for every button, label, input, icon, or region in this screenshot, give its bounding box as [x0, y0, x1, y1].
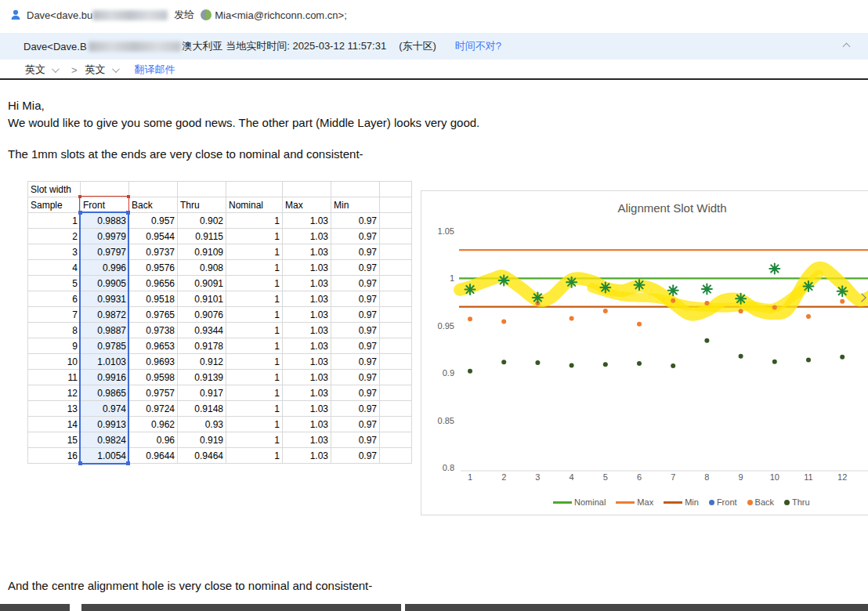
legend-label: Front [717, 497, 737, 507]
table-cell: 1 [226, 417, 283, 432]
intro-text: We would like to give you some good news… [8, 116, 479, 129]
legend-label: Min [685, 497, 699, 507]
table-cell: 1.03 [283, 260, 331, 276]
table-cell: 1.03 [283, 354, 331, 370]
email-viewer: Dave<dave.bu 发给 Mia<mia@richconn.com.cn>… [0, 0, 868, 611]
table-cell: 1 [28, 213, 81, 229]
table-cell: 1 [226, 432, 283, 448]
table-cell: 0.97 [331, 323, 380, 338]
legend-swatch [709, 500, 714, 505]
table-title-cell: Slot width [28, 182, 81, 197]
table-cell: 1 [226, 354, 283, 370]
table-cell: 0.9887 [81, 323, 129, 338]
table-cell: 1 [226, 213, 283, 229]
table-cell: 10 [28, 354, 81, 370]
table-cell: 0.912 [178, 354, 226, 370]
collapse-chevron-icon[interactable] [843, 43, 851, 51]
legend-label: Nominal [574, 497, 606, 507]
table-cell: 0.9148 [178, 401, 226, 417]
next-image-edge [405, 604, 868, 611]
table-cell: 0.97 [331, 338, 380, 354]
translate-bar: 英文 > 英文 翻译邮件 [0, 61, 868, 78]
x-axis-labels: 12345678910111213141516 [468, 472, 868, 482]
table-cell: 1.03 [283, 276, 331, 291]
table-cell: 2 [28, 229, 81, 244]
column-header: Min [331, 197, 380, 213]
next-image-edge [0, 604, 70, 611]
table-cell: 0.9644 [129, 448, 178, 464]
table-cell: 11 [28, 370, 81, 385]
table-cell: 0.9101 [178, 291, 226, 307]
table-cell: 1 [226, 291, 283, 307]
table-cell: 0.97 [331, 417, 380, 432]
table-cell: 0.9139 [178, 370, 226, 385]
table-cell: 1.0103 [81, 354, 129, 370]
table-cell: 0.9115 [178, 229, 226, 244]
target-language-select[interactable]: 英文 [85, 63, 106, 77]
table-cell: 4 [28, 260, 81, 276]
chevron-down-icon[interactable] [52, 65, 60, 73]
redacted-sender-address-2 [89, 42, 181, 52]
table-cell: 1 [226, 385, 283, 401]
svg-text:7: 7 [671, 472, 675, 482]
slot-table-header-row: SampleFrontBackThruNominalMaxMin [28, 197, 412, 213]
table-cell: 0.9931 [81, 291, 129, 307]
table-cell: 0.974 [81, 401, 129, 417]
column-header: Thru [178, 197, 226, 213]
table-cell: 1.03 [283, 323, 331, 338]
column-header: Nominal [226, 197, 283, 213]
infobar-sender-name[interactable]: Dave<Dave.B [24, 41, 87, 52]
table-row: 10.98830.9570.90211.030.97 [28, 213, 412, 229]
sender-name[interactable]: Dave<dave.bu [27, 9, 92, 21]
table-cell: 9 [28, 338, 81, 354]
table-cell: 0.97 [331, 448, 380, 464]
slot-table-body: 10.98830.9570.90211.030.9720.99790.95440… [28, 213, 412, 464]
table-cell: 0.97 [331, 244, 380, 260]
closing-note-text: And the centre alignment hole is very cl… [8, 579, 372, 592]
sender-time-bar: Dave<Dave.B 澳大利亚 当地实时时间: 2025-03-12 11:5… [0, 33, 868, 60]
table-cell: 0.9738 [129, 323, 178, 338]
table-cell: 0.9757 [129, 385, 178, 401]
recipient-avatar-icon [201, 9, 212, 20]
table-cell: 0.9737 [129, 244, 178, 260]
wrong-time-link[interactable]: 时间不对? [455, 39, 501, 53]
sender-local-time: 澳大利亚 当地实时时间: 2025-03-12 11:57:31 [183, 39, 387, 53]
table-cell: 0.93 [178, 417, 226, 432]
y-axis-labels: 1.0510.950.90.850.8 [438, 226, 454, 472]
sender-avatar-icon [9, 9, 22, 21]
table-cell: 0.9883 [81, 213, 129, 229]
table-cell: 0.962 [129, 417, 178, 432]
sender-timezone: (东十区) [399, 39, 436, 53]
table-cell: 0.902 [178, 213, 226, 229]
greeting-text: Hi Mia, [8, 99, 45, 112]
table-cell: 1 [226, 448, 283, 464]
column-header: Front [81, 197, 129, 213]
recipient-address[interactable]: Mia<mia@richconn.com.cn>; [215, 9, 347, 21]
table-cell: 0.9693 [129, 354, 178, 370]
table-row: 101.01030.96930.91211.030.97 [28, 354, 412, 370]
table-cell: 0.9344 [178, 323, 226, 338]
table-cell: 1 [226, 370, 283, 385]
legend-swatch [664, 501, 682, 504]
source-language-select[interactable]: 英文 [25, 63, 45, 77]
svg-text:0.8: 0.8 [443, 463, 454, 472]
legend-swatch [616, 501, 635, 504]
svg-text:1: 1 [450, 273, 454, 283]
thru-series [468, 327, 868, 374]
table-cell: 1.03 [283, 448, 331, 464]
chevron-down-icon[interactable] [112, 65, 120, 73]
table-cell: 1 [226, 229, 283, 244]
table-cell: 0.97 [331, 307, 380, 323]
table-cell: 13 [28, 401, 81, 417]
table-cell: 1 [226, 307, 283, 323]
table-cell: 0.9518 [129, 291, 178, 307]
table-cell: 0.9464 [178, 448, 226, 464]
column-header: Max [283, 197, 331, 213]
table-cell: 0.97 [331, 401, 380, 417]
table-row: 161.00540.96440.946411.030.97 [28, 448, 412, 464]
legend-item: Min [664, 497, 699, 507]
translate-mail-link[interactable]: 翻译邮件 [135, 63, 175, 77]
table-cell: 0.9656 [129, 276, 178, 291]
table-cell: 0.9091 [178, 276, 226, 291]
table-cell: 0.9905 [81, 276, 129, 291]
